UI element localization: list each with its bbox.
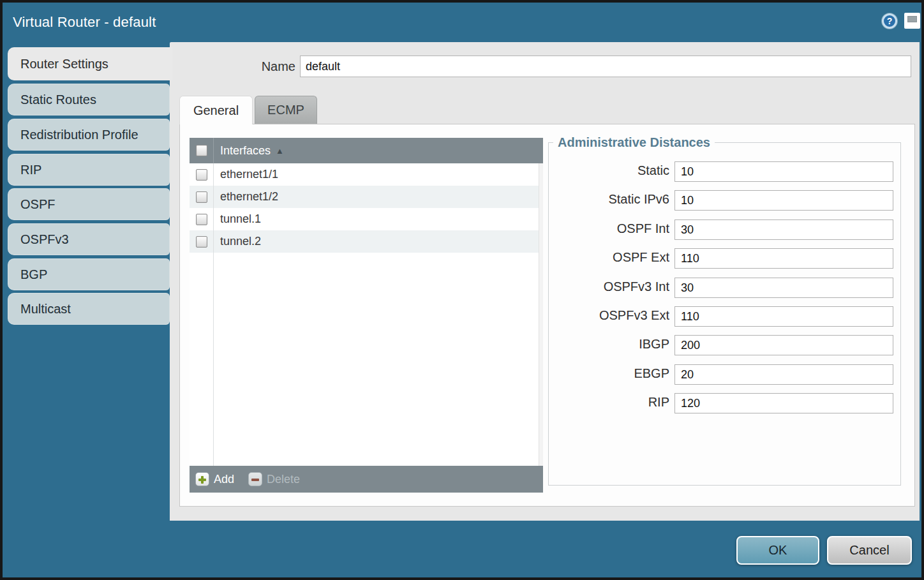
rip-label: RIP [548,395,669,410]
static-label: Static [548,163,669,178]
sidebar-item-static-routes[interactable]: Static Routes [8,84,170,115]
tab-ecmp[interactable]: ECMP [255,96,317,124]
ospfv3-ext-label: OSPFv3 Ext [548,308,669,323]
interfaces-table-header: Interfaces ▲ [190,138,543,163]
header-column-divider [213,138,214,163]
sidebar-item-redistribution-profile[interactable]: Redistribution Profile [8,119,170,151]
sidebar-item-multicast[interactable]: Multicast [8,293,170,325]
ospf-int-input[interactable] [674,219,893,240]
interface-name: ethernet1/1 [220,168,278,181]
sidebar-item-ospf[interactable]: OSPF [8,188,170,220]
rip-input[interactable] [674,393,893,413]
administrative-distances-title: Administrative Distances [553,135,715,150]
sidebar-item-ospfv3[interactable]: OSPFv3 [8,223,170,255]
cancel-button[interactable]: Cancel [827,536,912,565]
interfaces-table-body: ethernet1/1 ethernet1/2 tunnel.1 tunnel.… [190,163,543,466]
dialog-title: Virtual Router - default [13,14,156,31]
sidebar-item-router-settings[interactable]: Router Settings [8,47,172,80]
table-row-tunnel-2[interactable]: tunnel.2 [190,230,543,253]
ospf-ext-label: OSPF Ext [548,250,669,265]
ibgp-label: IBGP [548,337,669,352]
delete-button[interactable]: Delete [248,472,300,486]
minimize-restore-glyph [907,16,917,22]
select-all-cell [190,145,214,156]
checkbox-cell [190,236,214,248]
sort-ascending-icon[interactable]: ▲ [276,146,284,156]
body-column-divider [213,163,214,466]
delete-button-label: Delete [267,473,300,486]
sidebar-item-bgp[interactable]: BGP [8,258,170,290]
ospf-ext-input[interactable] [674,248,893,269]
interface-name: ethernet1/2 [220,190,278,204]
name-input[interactable] [300,56,911,77]
ebgp-input[interactable] [674,364,893,385]
row-checkbox[interactable] [196,214,207,225]
ospfv3-ext-input[interactable] [674,306,893,327]
name-label: Name [238,59,295,74]
checkbox-cell [190,214,214,225]
checkbox-cell [190,191,214,203]
interfaces-column-header[interactable]: Interfaces [220,144,271,158]
interface-name: tunnel.2 [220,235,261,248]
add-button-label: Add [214,473,234,486]
checkbox-cell [190,169,214,181]
add-button[interactable]: Add [195,472,234,486]
table-row-tunnel-1[interactable]: tunnel.1 [190,208,543,230]
table-row-ethernet1-2[interactable]: ethernet1/2 [190,186,543,208]
ibgp-input[interactable] [674,335,893,355]
virtual-router-dialog: Virtual Router - default ? Router Settin… [0,0,924,580]
row-checkbox[interactable] [196,236,207,248]
ospfv3-int-label: OSPFv3 Int [548,279,669,294]
static-ipv6-label: Static IPv6 [548,192,669,207]
dialog-surface: Virtual Router - default ? Router Settin… [3,3,921,577]
select-all-checkbox[interactable] [196,145,207,156]
table-scrollbar[interactable] [539,163,543,466]
plus-icon [195,472,209,486]
static-ipv6-input[interactable] [674,190,893,211]
minus-icon [248,472,262,486]
row-checkbox[interactable] [196,169,207,181]
help-icon[interactable]: ? [882,13,897,29]
table-row-ethernet1-1[interactable]: ethernet1/1 [190,163,543,186]
tab-general[interactable]: General [179,96,253,124]
ospf-int-label: OSPF Int [548,221,669,236]
ebgp-label: EBGP [548,366,669,381]
interfaces-table-footer: Add Delete [190,466,543,493]
static-input[interactable] [674,161,893,182]
sidebar-item-rip[interactable]: RIP [8,154,170,186]
row-checkbox[interactable] [196,191,207,203]
minimize-restore-icon[interactable] [904,13,920,29]
ospfv3-int-input[interactable] [674,278,893,298]
ok-button[interactable]: OK [736,536,819,565]
interface-name: tunnel.1 [220,212,261,226]
